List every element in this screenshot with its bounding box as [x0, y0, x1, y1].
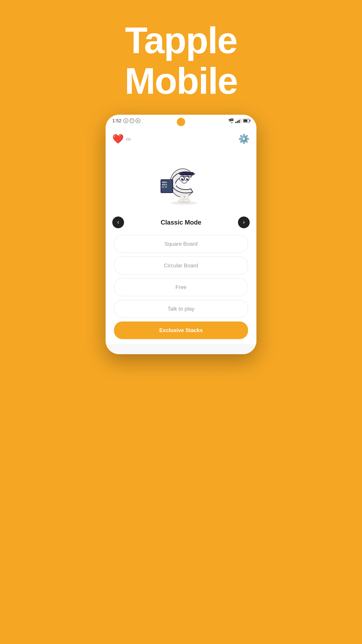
mode-selector: Classic Mode — [112, 216, 250, 228]
square-board-button[interactable]: Square Board — [114, 235, 248, 253]
mascot-illustration: ABOEG HKKLN UU XZ ★ — [156, 161, 206, 205]
svg-text:HKKLN: HKKLN — [162, 184, 167, 186]
phone-notch-area — [177, 118, 185, 126]
svg-point-0 — [231, 122, 233, 123]
title-line1: Tapple — [125, 20, 237, 61]
svg-text:UU XZ: UU XZ — [162, 186, 167, 188]
svg-text:ABOEG: ABOEG — [162, 182, 167, 183]
mode-label: Classic Mode — [131, 219, 231, 226]
info-icon: ℹ — [123, 118, 128, 123]
heart-icon: ❤️ — [112, 134, 124, 144]
time-display: 1:52 — [112, 118, 121, 124]
free-button[interactable]: Free — [114, 278, 248, 296]
top-navigation: ❤️ ∞ ⚙️ — [112, 130, 250, 148]
svg-point-23 — [171, 202, 197, 205]
battery-icon — [243, 119, 250, 122]
camera-notch — [177, 118, 185, 126]
svg-rect-11 — [179, 173, 195, 174]
next-mode-button[interactable] — [238, 216, 250, 228]
settings-button[interactable]: ⚙️ — [238, 134, 250, 144]
status-bar: 1:52 ℹ 🛡 A — [106, 115, 256, 125]
title-line2: Mobile — [125, 60, 238, 102]
svg-point-9 — [187, 178, 188, 179]
app-title: Tapple Mobile — [125, 20, 238, 101]
a-icon: A — [136, 118, 140, 123]
circular-board-button[interactable]: Circular Board — [114, 256, 248, 274]
wifi-icon — [228, 118, 233, 123]
gear-icon[interactable]: ⚙️ — [238, 134, 250, 144]
infinity-icon: ∞ — [126, 135, 131, 143]
mascot-container: ABOEG HKKLN UU XZ ★ — [112, 151, 250, 212]
svg-point-8 — [182, 178, 183, 179]
talk-to-play-button[interactable]: Talk to play — [114, 300, 248, 318]
exclusive-stacks-button[interactable]: Exclusive Stacks — [114, 322, 248, 339]
shield-icon: 🛡 — [130, 118, 134, 123]
status-icons-group: ℹ 🛡 A — [123, 118, 140, 123]
heart-lives-container: ❤️ ∞ — [112, 134, 131, 144]
menu-buttons: Square Board Circular Board Free Talk to… — [112, 235, 250, 339]
svg-text:★: ★ — [170, 180, 171, 182]
signal-bars — [235, 118, 241, 123]
prev-mode-button[interactable] — [112, 216, 124, 228]
status-bar-right — [228, 118, 250, 123]
phone-frame: 1:52 ℹ 🛡 A — [106, 115, 256, 354]
phone-content: ❤️ ∞ ⚙️ — [106, 125, 256, 344]
status-bar-left: 1:52 ℹ 🛡 A — [112, 118, 140, 124]
